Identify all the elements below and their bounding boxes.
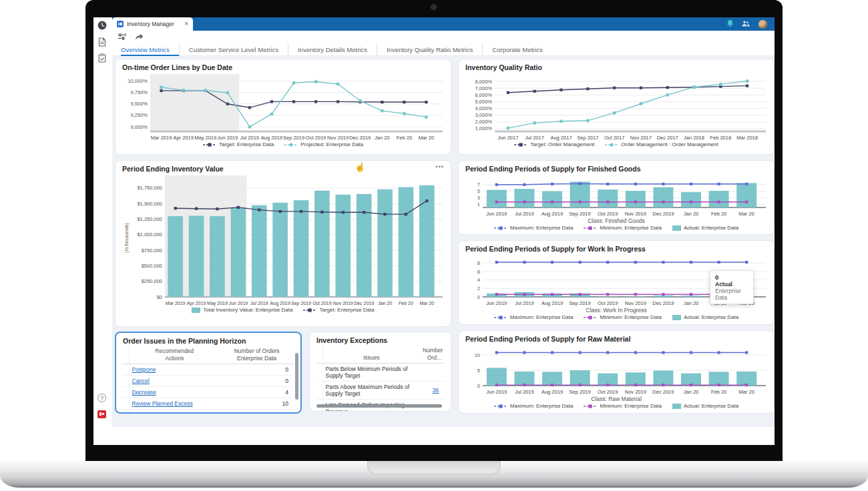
tab-customer-service-level-metrics[interactable]: Customer Service Level Metrics xyxy=(179,43,288,56)
legend-item[interactable]: Target: Enterprise Data xyxy=(303,307,374,313)
line-swatch-icon xyxy=(303,308,316,313)
svg-text:3: 3 xyxy=(477,195,480,201)
hand-cursor: ☝ xyxy=(355,162,365,172)
legend-item[interactable]: Minimum: Enterprise Data xyxy=(584,314,661,320)
svg-text:Mar 2019: Mar 2019 xyxy=(151,135,172,141)
legend-item[interactable]: Order Management : Order Management xyxy=(605,141,718,147)
more-menu-icon[interactable]: ••• xyxy=(436,163,444,170)
svg-text:Jan 20: Jan 20 xyxy=(684,389,699,395)
laptop-base-notch xyxy=(367,461,501,475)
svg-text:Sep 2019: Sep 2019 xyxy=(570,300,591,306)
legend-item[interactable]: Total Inventory Value: Enterprise Data xyxy=(192,307,292,313)
legend-label: Total Inventory Value: Enterprise Data xyxy=(203,307,292,313)
action-link[interactable]: Cancel xyxy=(132,378,150,384)
browser-tab[interactable]: Inventory Manager × xyxy=(112,17,193,31)
svg-text:Dec 2017: Dec 2017 xyxy=(657,135,678,141)
svg-text:Mar 2018: Mar 2018 xyxy=(736,135,758,141)
svg-text:4: 4 xyxy=(477,277,480,283)
class-axis-label: Class: Work In Progress xyxy=(465,307,767,314)
bar-swatch-icon xyxy=(672,315,681,320)
iqr-plot: 8,000%7,000%6,000%5,000%4,000%3,000%2,00… xyxy=(465,73,767,141)
svg-text:2,000%: 2,000% xyxy=(475,119,493,125)
share-users-icon[interactable] xyxy=(741,18,750,30)
action-link[interactable]: Decrease xyxy=(132,389,156,396)
action-link[interactable]: Review Planned Excess xyxy=(132,400,193,407)
svg-text:Jan 20: Jan 20 xyxy=(378,301,392,306)
legend-label: Actual: Enterprise Data xyxy=(684,314,738,320)
tab-title: Inventory Manager xyxy=(127,21,181,27)
svg-text:Aug 2019: Aug 2019 xyxy=(270,301,290,306)
legend-item[interactable]: Maximum: Enterprise Data xyxy=(494,314,574,320)
svg-text:3,000%: 3,000% xyxy=(475,112,493,118)
filter-settings-icon[interactable] xyxy=(118,31,127,43)
vertical-scrollbar[interactable] xyxy=(295,353,298,400)
action-link[interactable]: Postpone xyxy=(132,366,156,373)
legend-label: Target: Enterprise Data xyxy=(219,141,274,147)
tab-inventory-quality-ratio-metrics[interactable]: Inventory Quality Ratio Metrics xyxy=(377,43,482,56)
share-forward-icon[interactable] xyxy=(135,31,144,43)
svg-text:Feb 20: Feb 20 xyxy=(397,135,412,141)
legend-item[interactable]: Maximum: Enterprise Data xyxy=(494,403,574,409)
svg-text:6,000%: 6,000% xyxy=(475,92,493,98)
document-icon[interactable] xyxy=(96,36,107,47)
tab-close-icon[interactable]: × xyxy=(184,21,188,27)
count-link[interactable]: 36 xyxy=(433,387,439,394)
column-header-issues[interactable]: Issues xyxy=(322,346,420,364)
legend-item[interactable]: Minimum: Enterprise Data xyxy=(584,225,661,231)
history-clock-icon[interactable] xyxy=(96,19,107,31)
help-icon[interactable]: ? xyxy=(96,392,107,404)
tab-inventory-details-metrics[interactable]: Inventory Details Metrics xyxy=(288,43,377,56)
main-area: Inventory Manager × xyxy=(112,17,775,445)
column-header-number-of-orders[interactable]: Number of Orders Enterprise Data xyxy=(220,346,294,364)
svg-text:Jul 2019: Jul 2019 xyxy=(515,300,533,306)
line-swatch-icon xyxy=(494,225,507,231)
legend-item[interactable]: Actual: Enterprise Data xyxy=(672,225,738,231)
svg-text:$250,000: $250,000 xyxy=(142,278,162,284)
legend-item[interactable]: Actual: Enterprise Data xyxy=(672,314,738,320)
card-pos-raw-material: Period Ending Periods of Supply for Raw … xyxy=(458,330,775,414)
legend-label: Target: Order Management xyxy=(530,141,594,147)
legend-item[interactable]: Target: Enterprise Data xyxy=(203,141,274,147)
notifications-bell-icon[interactable] xyxy=(726,18,734,30)
column-header-number-orders[interactable]: Number Ord... xyxy=(420,346,444,364)
legend-item[interactable]: Projected: Enterprise Data xyxy=(284,141,363,147)
on-time-chart[interactable]: 10,000%9,750%9,500%9,250%9,000%Mar 2019A… xyxy=(122,73,444,141)
svg-text:May 2019: May 2019 xyxy=(194,135,216,141)
tab-favicon-chart-icon xyxy=(117,21,124,27)
column-header-actions[interactable]: Recommended Actions xyxy=(129,346,220,364)
tooltip-value: 0 xyxy=(715,274,748,281)
user-avatar[interactable] xyxy=(758,19,768,29)
svg-text:4,000%: 4,000% xyxy=(475,105,493,111)
svg-text:9,250%: 9,250% xyxy=(131,112,148,118)
svg-text:1,000%: 1,000% xyxy=(475,125,493,131)
svg-text:5: 5 xyxy=(477,368,480,374)
line-swatch-icon xyxy=(494,404,507,409)
svg-text:Aug 2019: Aug 2019 xyxy=(541,211,563,217)
svg-text:2: 2 xyxy=(477,286,480,292)
legend-label: Minimum: Enterprise Data xyxy=(600,225,661,231)
iqr-chart[interactable]: 8,000%7,000%6,000%5,000%4,000%3,000%2,00… xyxy=(465,73,767,141)
tab-overview-metrics[interactable]: Overview Metrics xyxy=(121,43,179,56)
table-row: Parts Below Minimum Periods of Supply Ta… xyxy=(316,364,444,382)
action-link[interactable]: Expedite Planned Orders xyxy=(132,412,196,414)
card-title: Inventory Quality Ratio xyxy=(465,63,767,71)
legend-item[interactable]: Minimum: Enterprise Data xyxy=(584,403,661,409)
svg-text:Mar 20: Mar 20 xyxy=(739,389,754,395)
svg-text:Aug 2019: Aug 2019 xyxy=(541,389,563,395)
toolbar xyxy=(112,31,775,43)
svg-text:Jan 20: Jan 20 xyxy=(684,211,699,217)
chart-legend: Total Inventory Value: Enterprise DataTa… xyxy=(122,307,444,313)
fg-chart[interactable]: 7531Jun 2019Jul 2019Aug 2019Sep 2019Oct … xyxy=(465,174,767,217)
svg-text:Dec 2019: Dec 2019 xyxy=(354,301,374,306)
legend-item[interactable]: Maximum: Enterprise Data xyxy=(494,225,574,231)
tab-corporate-metrics[interactable]: Corporate Metrics xyxy=(482,43,552,56)
table-row: Review Planned Excess10 xyxy=(123,398,294,410)
peiv-chart[interactable]: $1,750,000$1,500,000$1,250,000$1,000,000… xyxy=(122,174,444,306)
legend-item[interactable]: Actual: Enterprise Data xyxy=(672,403,738,409)
clipboard-icon[interactable] xyxy=(96,52,107,63)
app-red-badge-icon[interactable] xyxy=(96,408,107,420)
svg-text:Oct 2019: Oct 2019 xyxy=(598,300,618,306)
horizontal-scrollbar[interactable] xyxy=(316,404,442,408)
rm-chart[interactable]: 1050Jun 2019Jul 2019Aug 2019Sep 2019Oct … xyxy=(465,344,767,395)
legend-item[interactable]: Target: Order Management xyxy=(514,141,594,147)
